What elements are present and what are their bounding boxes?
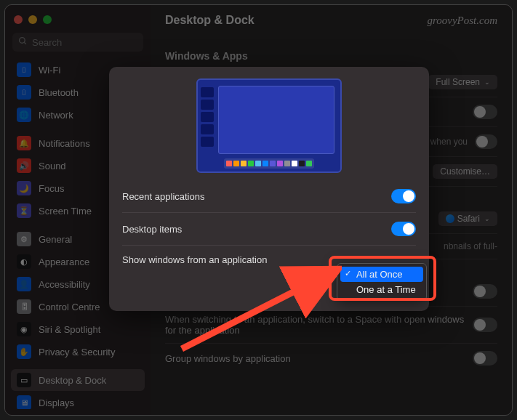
sidebar-item-label: Screen Time [39,206,92,217]
desktop-icon: ▭ [17,373,31,387]
sidebar-item-label: Focus [39,183,64,194]
close-icon[interactable] [14,15,23,24]
setting-row: When switching to an application, switch… [165,307,497,344]
svg-point-0 [20,38,25,44]
safari-select[interactable]: Safari [438,211,497,226]
appearance-icon: ◐ [17,254,31,269]
dock-preview [224,158,314,169]
sidebar-item-label: Control Centre [39,302,100,312]
fullscreen-select[interactable]: Full Screen [428,75,497,89]
show-windows-dropdown[interactable]: All at OnceOne at a Time [337,263,427,301]
setting-label: Show windows from an application [122,254,267,265]
sound-icon: 🔊 [17,158,31,173]
compass-icon [446,214,454,223]
recent-apps-toggle[interactable] [391,189,416,203]
sidebar-item-siri-spotlight[interactable]: ◉Siri & Spotlight [11,318,145,340]
desktop-items-toggle[interactable] [391,222,416,236]
minimize-icon[interactable] [28,15,37,24]
sidebar-item-privacy-security[interactable]: ✋Privacy & Security [11,341,145,363]
toggle[interactable] [473,351,497,366]
sidebar-item-displays[interactable]: 🖥Displays [11,392,145,409]
search-placeholder: Search [32,37,62,48]
toggle[interactable] [473,105,497,119]
bluetooth-icon: 􀖀 [17,85,31,100]
toggle[interactable] [473,284,497,299]
displays-icon: 🖥 [17,395,31,409]
setting-label: Recent applications [122,191,204,202]
maximize-icon[interactable] [43,15,52,24]
sidebar-item-label: Privacy & Security [39,347,115,358]
desktop-preview [196,78,342,173]
control-icon: 🎛 [17,299,31,314]
watermark: groovyPost.com [427,15,497,27]
privacy-icon: ✋ [17,344,31,359]
preview-area [109,67,429,180]
customise-button[interactable]: Customise… [433,164,497,179]
focus-icon: 🌙 [17,181,31,195]
sidebar-item-label: Bluetooth [39,87,79,98]
sidebar-item-label: Displays [39,397,74,408]
toggle[interactable] [475,134,497,149]
gear-icon: ⚙ [17,232,31,246]
sidebar-item-label: Notifications [39,138,90,149]
sidebar-item-label: Network [39,110,73,121]
setting-label: Desktop items [122,224,182,235]
setting-row: Group windows by application [165,344,497,373]
accessibility-icon: 👤 [17,277,31,291]
siri-icon: ◉ [17,322,31,336]
sidebar-item-label: Accessibility [39,279,90,290]
sidebar-item-label: General [39,234,72,245]
wifi-icon: 􀙇 [17,62,31,77]
window-controls [5,11,151,33]
svg-line-1 [24,42,26,44]
search-icon [18,36,28,48]
recent-apps-row: Recent applications [122,180,416,213]
sidebar-item-label: Wi-Fi [39,65,60,76]
sidebar-item-desktop-dock[interactable]: ▭Desktop & Dock [11,369,145,391]
search-input[interactable]: Search [12,33,143,52]
sidebar-item-label: Desktop & Dock [39,375,106,386]
page-title: Desktop & Dock [165,14,255,27]
desktop-items-row: Desktop items [122,213,416,246]
setting-label: Group windows by application [165,353,291,364]
bell-icon: 🔔 [17,136,31,150]
setting-label: When switching to an application, switch… [165,314,465,336]
header: Desktop & Dock groovyPost.com [151,5,512,36]
screentime-icon: ⏳ [17,203,31,218]
dropdown-option[interactable]: One at a Time [340,282,423,297]
sidebar-item-label: Appearance [39,257,89,267]
sidebar-item-label: Siri & Spotlight [39,324,100,335]
dropdown-option[interactable]: All at Once [340,267,423,282]
section-heading: Windows & Apps [165,50,497,62]
network-icon: 🌐 [17,108,31,122]
sidebar-item-label: Sound [39,161,66,171]
toggle[interactable] [473,318,497,332]
